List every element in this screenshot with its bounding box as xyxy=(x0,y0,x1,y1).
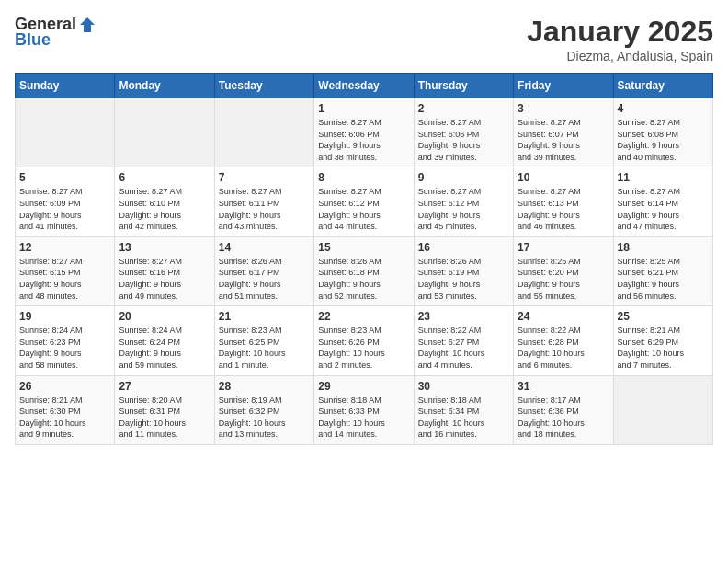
week-row-5: 26Sunrise: 8:21 AM Sunset: 6:30 PM Dayli… xyxy=(16,375,713,444)
day-cell: 25Sunrise: 8:21 AM Sunset: 6:29 PM Dayli… xyxy=(613,306,712,375)
day-info: Sunrise: 8:18 AM Sunset: 6:34 PM Dayligh… xyxy=(418,395,509,441)
title-area: January 2025 Diezma, Andalusia, Spain xyxy=(527,15,713,63)
day-info: Sunrise: 8:27 AM Sunset: 6:08 PM Dayligh… xyxy=(618,117,709,163)
day-cell: 6Sunrise: 8:27 AM Sunset: 6:10 PM Daylig… xyxy=(115,167,214,236)
day-number: 12 xyxy=(19,241,110,254)
page-header: General Blue January 2025 Diezma, Andalu… xyxy=(15,15,713,63)
day-number: 23 xyxy=(418,310,509,323)
location: Diezma, Andalusia, Spain xyxy=(527,49,713,63)
day-cell: 23Sunrise: 8:22 AM Sunset: 6:27 PM Dayli… xyxy=(414,306,513,375)
day-number: 8 xyxy=(318,171,409,184)
header-monday: Monday xyxy=(115,74,214,98)
day-info: Sunrise: 8:23 AM Sunset: 6:26 PM Dayligh… xyxy=(318,325,409,371)
day-info: Sunrise: 8:27 AM Sunset: 6:12 PM Dayligh… xyxy=(318,186,409,232)
day-info: Sunrise: 8:27 AM Sunset: 6:11 PM Dayligh… xyxy=(219,186,310,232)
day-cell: 26Sunrise: 8:21 AM Sunset: 6:30 PM Dayli… xyxy=(16,375,115,444)
week-row-2: 5Sunrise: 8:27 AM Sunset: 6:09 PM Daylig… xyxy=(16,167,713,236)
day-cell xyxy=(613,375,712,444)
day-cell: 16Sunrise: 8:26 AM Sunset: 6:19 PM Dayli… xyxy=(414,236,513,305)
day-cell: 11Sunrise: 8:27 AM Sunset: 6:14 PM Dayli… xyxy=(613,167,712,236)
day-cell: 29Sunrise: 8:18 AM Sunset: 6:33 PM Dayli… xyxy=(314,375,414,444)
day-number: 19 xyxy=(19,310,110,323)
day-cell: 15Sunrise: 8:26 AM Sunset: 6:18 PM Dayli… xyxy=(314,236,414,305)
day-info: Sunrise: 8:27 AM Sunset: 6:15 PM Dayligh… xyxy=(19,256,110,302)
day-number: 1 xyxy=(318,102,409,115)
header-thursday: Thursday xyxy=(414,74,513,98)
day-number: 4 xyxy=(618,102,709,115)
day-number: 5 xyxy=(19,171,110,184)
day-number: 22 xyxy=(318,310,409,323)
day-info: Sunrise: 8:27 AM Sunset: 6:06 PM Dayligh… xyxy=(418,117,509,163)
day-cell: 21Sunrise: 8:23 AM Sunset: 6:25 PM Dayli… xyxy=(214,306,313,375)
day-cell: 28Sunrise: 8:19 AM Sunset: 6:32 PM Dayli… xyxy=(214,375,313,444)
day-cell: 3Sunrise: 8:27 AM Sunset: 6:07 PM Daylig… xyxy=(514,98,613,167)
svg-marker-0 xyxy=(80,17,95,32)
day-number: 24 xyxy=(518,310,609,323)
day-cell: 30Sunrise: 8:18 AM Sunset: 6:34 PM Dayli… xyxy=(414,375,513,444)
day-number: 9 xyxy=(418,171,509,184)
day-number: 6 xyxy=(119,171,210,184)
day-cell: 20Sunrise: 8:24 AM Sunset: 6:24 PM Dayli… xyxy=(115,306,214,375)
day-info: Sunrise: 8:17 AM Sunset: 6:36 PM Dayligh… xyxy=(518,395,609,441)
day-number: 18 xyxy=(618,241,709,254)
day-info: Sunrise: 8:27 AM Sunset: 6:13 PM Dayligh… xyxy=(518,186,609,232)
day-info: Sunrise: 8:27 AM Sunset: 6:16 PM Dayligh… xyxy=(119,256,210,302)
day-cell xyxy=(16,98,115,167)
day-info: Sunrise: 8:27 AM Sunset: 6:10 PM Dayligh… xyxy=(119,186,210,232)
header-sunday: Sunday xyxy=(16,74,115,98)
day-number: 29 xyxy=(318,380,409,393)
day-number: 3 xyxy=(518,102,609,115)
day-info: Sunrise: 8:20 AM Sunset: 6:31 PM Dayligh… xyxy=(119,395,210,441)
day-number: 27 xyxy=(119,380,210,393)
week-row-4: 19Sunrise: 8:24 AM Sunset: 6:23 PM Dayli… xyxy=(16,306,713,375)
calendar: Sunday Monday Tuesday Wednesday Thursday… xyxy=(15,73,713,445)
day-info: Sunrise: 8:26 AM Sunset: 6:18 PM Dayligh… xyxy=(318,256,409,302)
day-cell: 14Sunrise: 8:26 AM Sunset: 6:17 PM Dayli… xyxy=(214,236,313,305)
day-cell: 31Sunrise: 8:17 AM Sunset: 6:36 PM Dayli… xyxy=(514,375,613,444)
day-info: Sunrise: 8:23 AM Sunset: 6:25 PM Dayligh… xyxy=(219,325,310,371)
day-number: 2 xyxy=(418,102,509,115)
calendar-header: Sunday Monday Tuesday Wednesday Thursday… xyxy=(16,74,713,98)
logo-icon xyxy=(78,16,97,34)
day-number: 7 xyxy=(219,171,310,184)
day-number: 26 xyxy=(19,380,110,393)
day-info: Sunrise: 8:21 AM Sunset: 6:29 PM Dayligh… xyxy=(618,325,709,371)
day-info: Sunrise: 8:27 AM Sunset: 6:14 PM Dayligh… xyxy=(618,186,709,232)
day-info: Sunrise: 8:18 AM Sunset: 6:33 PM Dayligh… xyxy=(318,395,409,441)
day-info: Sunrise: 8:24 AM Sunset: 6:23 PM Dayligh… xyxy=(19,325,110,371)
day-cell: 17Sunrise: 8:25 AM Sunset: 6:20 PM Dayli… xyxy=(514,236,613,305)
day-cell: 4Sunrise: 8:27 AM Sunset: 6:08 PM Daylig… xyxy=(613,98,712,167)
day-cell: 24Sunrise: 8:22 AM Sunset: 6:28 PM Dayli… xyxy=(514,306,613,375)
header-tuesday: Tuesday xyxy=(214,74,313,98)
calendar-body: 1Sunrise: 8:27 AM Sunset: 6:06 PM Daylig… xyxy=(16,98,713,445)
day-cell xyxy=(115,98,214,167)
day-cell: 13Sunrise: 8:27 AM Sunset: 6:16 PM Dayli… xyxy=(115,236,214,305)
day-cell: 2Sunrise: 8:27 AM Sunset: 6:06 PM Daylig… xyxy=(414,98,513,167)
day-number: 10 xyxy=(518,171,609,184)
day-cell: 27Sunrise: 8:20 AM Sunset: 6:31 PM Dayli… xyxy=(115,375,214,444)
day-info: Sunrise: 8:19 AM Sunset: 6:32 PM Dayligh… xyxy=(219,395,310,441)
day-number: 17 xyxy=(518,241,609,254)
day-cell: 22Sunrise: 8:23 AM Sunset: 6:26 PM Dayli… xyxy=(314,306,414,375)
day-info: Sunrise: 8:27 AM Sunset: 6:12 PM Dayligh… xyxy=(418,186,509,232)
day-cell: 18Sunrise: 8:25 AM Sunset: 6:21 PM Dayli… xyxy=(613,236,712,305)
week-row-1: 1Sunrise: 8:27 AM Sunset: 6:06 PM Daylig… xyxy=(16,98,713,167)
day-number: 21 xyxy=(219,310,310,323)
day-number: 15 xyxy=(318,241,409,254)
week-row-3: 12Sunrise: 8:27 AM Sunset: 6:15 PM Dayli… xyxy=(16,236,713,305)
day-number: 11 xyxy=(618,171,709,184)
day-info: Sunrise: 8:26 AM Sunset: 6:19 PM Dayligh… xyxy=(418,256,509,302)
header-friday: Friday xyxy=(514,74,613,98)
month-title: January 2025 xyxy=(527,15,713,49)
day-number: 20 xyxy=(119,310,210,323)
day-number: 28 xyxy=(219,380,310,393)
day-number: 16 xyxy=(418,241,509,254)
day-cell: 5Sunrise: 8:27 AM Sunset: 6:09 PM Daylig… xyxy=(16,167,115,236)
header-row: Sunday Monday Tuesday Wednesday Thursday… xyxy=(16,74,713,98)
day-info: Sunrise: 8:27 AM Sunset: 6:06 PM Dayligh… xyxy=(318,117,409,163)
day-info: Sunrise: 8:27 AM Sunset: 6:09 PM Dayligh… xyxy=(19,186,110,232)
day-number: 31 xyxy=(518,380,609,393)
day-number: 25 xyxy=(618,310,709,323)
day-number: 14 xyxy=(219,241,310,254)
logo-blue-text: Blue xyxy=(15,30,51,50)
